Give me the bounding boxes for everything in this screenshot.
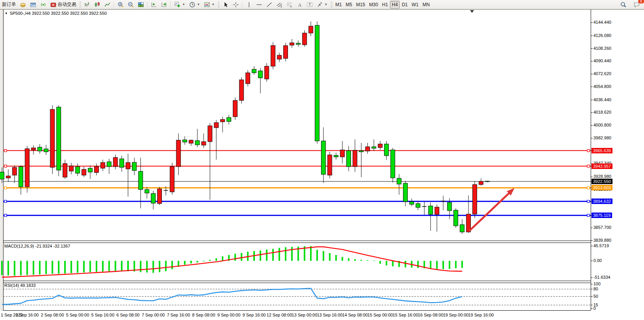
tile-windows-button[interactable] (136, 0, 146, 9)
tf-m5[interactable]: M5 (344, 1, 354, 9)
auto-scroll-icon (151, 2, 157, 8)
line-chart-button[interactable] (102, 0, 112, 9)
chart-shift-marker[interactable] (470, 10, 474, 13)
channel-icon: E (276, 2, 283, 8)
candle-up (271, 46, 275, 66)
crosshair-icon (233, 2, 239, 8)
toolbar-group-zoom (116, 0, 146, 9)
chevron-down-icon[interactable]: ▼ (197, 3, 200, 6)
tf-mn-label: MN (423, 2, 430, 7)
auto-trading-button-label: 自动交易 (58, 1, 76, 8)
candles (0, 21, 490, 234)
periods-button[interactable]: ▼ (187, 0, 202, 9)
candle-up (239, 80, 244, 100)
time-tick-label: 9 Sep 00:00 (218, 313, 240, 317)
candle-up (378, 144, 383, 148)
chart-menu-icon[interactable]: ▼ (5, 12, 8, 15)
candle-up (365, 147, 370, 151)
tf-w1-label: W1 (412, 2, 419, 7)
candle-down (296, 43, 300, 44)
horizontal-levels[interactable] (3, 149, 591, 216)
candlestick-icon (94, 2, 100, 8)
time-tick-label: 19 Sep 00:00 (443, 313, 469, 317)
text-button[interactable]: A (295, 0, 305, 9)
tf-h1-label: H1 (382, 2, 388, 7)
line-chart-icon (104, 2, 111, 8)
crosshair-button[interactable] (231, 0, 241, 9)
notification-badge: 1 (638, 0, 644, 4)
candle-down (447, 202, 452, 211)
candle-up (189, 140, 193, 143)
channel-button[interactable]: E (274, 0, 284, 9)
bar-chart-button[interactable] (82, 0, 92, 9)
time-tick-label: 14 Sep 08:00 (342, 313, 367, 317)
tf-mn[interactable]: MN (421, 1, 432, 9)
label-button[interactable]: T (305, 0, 315, 9)
price-tick-label: 4108.260 (593, 46, 611, 51)
market-watch-icon[interactable] (28, 0, 38, 9)
signal-icon[interactable] (38, 0, 48, 9)
shapes-button[interactable]: ▼ (315, 0, 330, 9)
candle-down (454, 210, 458, 226)
macd-tick-label: 0.00 (593, 258, 602, 263)
tf-d1[interactable]: D1 (400, 1, 409, 9)
templates-button[interactable]: ▼ (202, 0, 217, 9)
gold-coins-icon[interactable] (18, 0, 28, 9)
search-button[interactable] (618, 0, 628, 9)
candle-up (25, 149, 29, 187)
time-axis[interactable]: 1 Sep 20221 Sep 16:002 Sep 08:005 Sep 00… (0, 311, 644, 320)
chat-button[interactable]: 1 (632, 0, 642, 9)
time-tick-label: 6 Sep 08:00 (116, 313, 139, 317)
shapes-icon (317, 2, 323, 8)
candle-up (246, 73, 250, 84)
chart-shift-button[interactable] (159, 0, 169, 9)
auto-scroll-button[interactable] (149, 0, 159, 9)
tile-windows-icon (138, 2, 144, 8)
candle-down (410, 202, 414, 204)
tf-h1[interactable]: H1 (380, 1, 390, 9)
zoom-in-button[interactable] (116, 0, 126, 9)
tf-m1[interactable]: M1 (333, 1, 344, 9)
vertical-line-button[interactable] (244, 0, 254, 9)
chevron-down-icon[interactable]: ▼ (325, 3, 328, 6)
candle-up (328, 155, 332, 175)
current-price-badge: 3922.550 (591, 179, 612, 184)
candle-up (69, 166, 74, 171)
candle-down (460, 225, 464, 232)
trendline-button[interactable] (264, 0, 274, 9)
candlestick-button[interactable] (92, 0, 102, 9)
auto-trading-icon (50, 2, 56, 8)
horizontal-line-button[interactable] (254, 0, 264, 9)
tf-h4[interactable]: H4 (390, 1, 400, 9)
auto-trading-button[interactable]: 自动交易 (48, 0, 78, 9)
candle-down (359, 151, 363, 152)
tf-m30[interactable]: M30 (367, 1, 380, 9)
quote-line: ▼ SP500-,H4 3922.550 3922.550 3922.550 3… (5, 11, 107, 16)
chevron-down-icon[interactable]: ▼ (182, 3, 185, 6)
tf-w1[interactable]: W1 (410, 1, 421, 9)
zoom-out-button[interactable] (126, 0, 136, 9)
chevron-down-icon[interactable]: ▼ (212, 3, 215, 6)
toolbar-group-trade: 新订单自动交易 (0, 0, 78, 9)
templates-icon (204, 2, 210, 8)
tf-m15-label: M15 (356, 2, 365, 7)
chart-canvas[interactable] (0, 9, 644, 320)
price-axis[interactable]: 4144.4404126.0804108.2604090.4404072.620… (591, 9, 644, 310)
tf-m30-label: M30 (369, 2, 378, 7)
tf-m15[interactable]: M15 (354, 1, 367, 9)
new-order-button[interactable]: 新订单 (0, 0, 18, 9)
time-tick-label: 1 Sep 16:00 (16, 313, 39, 317)
fibonacci-button[interactable]: F (284, 0, 295, 9)
cursor-button[interactable] (221, 0, 231, 9)
candle-up (32, 148, 36, 150)
candle-down (151, 193, 155, 203)
candle-up (290, 43, 294, 45)
fibonacci-icon: F (286, 2, 293, 8)
candle-up (82, 169, 86, 175)
candle-down (252, 69, 256, 73)
indicators-button[interactable]: ▼ (172, 0, 187, 9)
candle-down (182, 140, 187, 142)
time-tick-label: 19 Sep 16:00 (468, 313, 493, 317)
candle-down (347, 151, 351, 167)
time-tick-label: 5 Sep 00:00 (66, 313, 89, 317)
